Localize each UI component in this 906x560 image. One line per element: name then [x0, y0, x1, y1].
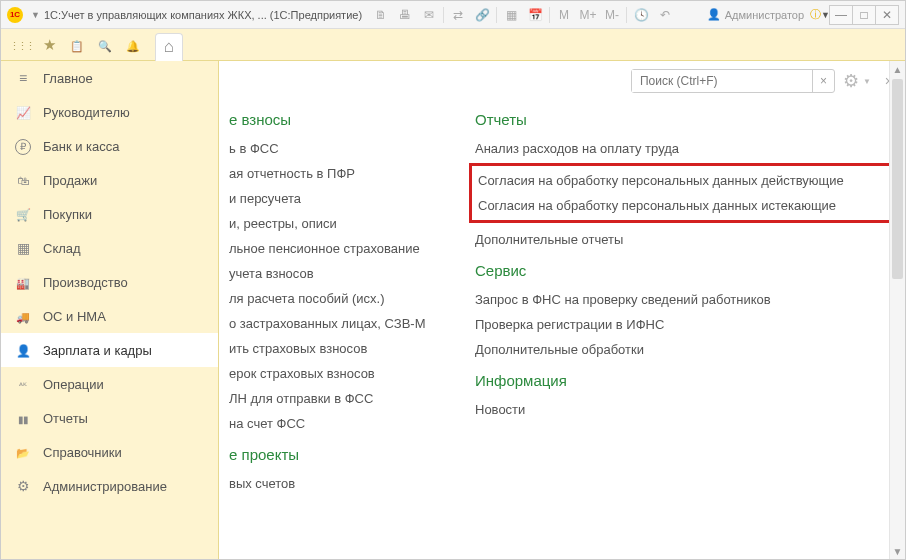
m-icon[interactable]: M	[553, 5, 575, 25]
sidebar-item-2[interactable]: Банк и касса	[1, 129, 218, 163]
sidebar-item-9[interactable]: Операции	[1, 367, 218, 401]
titlebar: 1C ▼ 1С:Учет в управляющих компаниях ЖКХ…	[1, 1, 905, 29]
sidebar-item-label: Операции	[43, 377, 104, 392]
left-link-10[interactable]: ЛН для отправки в ФСС	[229, 386, 463, 411]
content-body: е взносыь в ФССая отчетность в ПФРи перс…	[219, 101, 905, 559]
sidebar-item-6[interactable]: Производство	[1, 265, 218, 299]
sidebar-item-5[interactable]: Склад	[1, 231, 218, 265]
sidebar-item-0[interactable]: Главное	[1, 61, 218, 95]
settings-dropdown-icon[interactable]: ▼	[863, 77, 871, 86]
minimize-button[interactable]: —	[829, 5, 853, 25]
i-bars-icon	[15, 410, 31, 426]
close-button[interactable]: ✕	[875, 5, 899, 25]
clock-icon[interactable]: 🕓	[630, 5, 652, 25]
i-truck-icon	[15, 308, 31, 324]
right-0-2[interactable]: Согласия на обработку персональных данны…	[478, 193, 890, 218]
sidebar-item-label: Справочники	[43, 445, 122, 460]
home-tab[interactable]	[155, 33, 183, 61]
print-icon[interactable]: 🖶	[394, 5, 416, 25]
clipboard-icon[interactable]	[63, 31, 91, 59]
left-link-11[interactable]: на счет ФСС	[229, 411, 463, 436]
nav-toolbar	[1, 29, 905, 61]
right-1-0[interactable]: Запрос в ФНС на проверку сведений работн…	[475, 287, 893, 312]
m-plus-icon[interactable]: M+	[577, 5, 599, 25]
left-link-0[interactable]: ь в ФСС	[229, 136, 463, 161]
right-0-1[interactable]: Согласия на обработку персональных данны…	[478, 168, 890, 193]
left-link-2[interactable]: и персучета	[229, 186, 463, 211]
back-icon[interactable]: ↶	[654, 5, 676, 25]
i-chart-icon	[15, 104, 31, 120]
sidebar-item-3[interactable]: Продажи	[1, 163, 218, 197]
user-icon: 👤	[707, 8, 721, 21]
content-panel: × ⚙ ▼ × е взносыь в ФССая отчетность в П…	[219, 61, 905, 559]
compare-icon[interactable]: ⇄	[447, 5, 469, 25]
left-link-4[interactable]: льное пенсионное страхование	[229, 236, 463, 261]
file-icon[interactable]: 🗎	[370, 5, 392, 25]
left-link-3[interactable]: и, реестры, описи	[229, 211, 463, 236]
left-link-1[interactable]: ая отчетность в ПФР	[229, 161, 463, 186]
vertical-scrollbar[interactable]: ▲ ▼	[889, 61, 905, 559]
right-2-0[interactable]: Новости	[475, 397, 893, 422]
notifications-icon[interactable]	[119, 31, 147, 59]
right-1-1[interactable]: Проверка регистрации в ИФНС	[475, 312, 893, 337]
left-link-9[interactable]: ерок страховых взносов	[229, 361, 463, 386]
search-box: ×	[631, 69, 835, 93]
left-link-8[interactable]: ить страховых взносов	[229, 336, 463, 361]
section-1[interactable]: Сервис	[475, 262, 893, 279]
user-label: Администратор	[725, 9, 804, 21]
right-0-3[interactable]: Дополнительные отчеты	[475, 227, 893, 252]
left-link-5[interactable]: учета взносов	[229, 261, 463, 286]
right-0-0[interactable]: Анализ расходов на оплату труда	[475, 136, 893, 161]
right-1-2[interactable]: Дополнительные обработки	[475, 337, 893, 362]
sidebar-item-label: Производство	[43, 275, 128, 290]
left2-link-0[interactable]: вых счетов	[229, 471, 463, 496]
calendar-icon[interactable]: 📅	[524, 5, 546, 25]
search-input[interactable]	[632, 70, 812, 92]
i-lines-icon	[15, 70, 31, 86]
app-logo-icon: 1C	[7, 7, 23, 23]
favorites-icon[interactable]	[35, 31, 63, 59]
settings-gear-icon[interactable]: ⚙	[843, 70, 859, 92]
highlighted-links: Согласия на обработку персональных данны…	[469, 163, 899, 223]
scroll-thumb[interactable]	[892, 79, 903, 279]
sidebar-item-7[interactable]: ОС и НМА	[1, 299, 218, 333]
sidebar-item-11[interactable]: Справочники	[1, 435, 218, 469]
search-clear-button[interactable]: ×	[812, 70, 834, 92]
window-controls: — □ ✕	[830, 5, 899, 25]
i-gear-icon	[15, 478, 31, 494]
app-menu-dropdown-icon[interactable]: ▼	[31, 10, 40, 20]
i-ops-icon	[15, 376, 31, 392]
sidebar-item-10[interactable]: Отчеты	[1, 401, 218, 435]
main-area: ГлавноеРуководителюБанк и кассаПродажиПо…	[1, 61, 905, 559]
i-person-icon	[15, 342, 31, 358]
left-column: е взносыь в ФССая отчетность в ПФРи перс…	[219, 101, 463, 547]
left-link-6[interactable]: ля расчета пособий (исх.)	[229, 286, 463, 311]
sidebar-item-4[interactable]: Покупки	[1, 197, 218, 231]
section-0[interactable]: Отчеты	[475, 111, 893, 128]
info-icon[interactable]: ⓘ	[810, 7, 821, 22]
m-minus-icon[interactable]: M-	[601, 5, 623, 25]
sidebar-item-label: Отчеты	[43, 411, 88, 426]
scroll-up-icon[interactable]: ▲	[890, 61, 905, 77]
section-2[interactable]: Информация	[475, 372, 893, 389]
link-icon[interactable]: 🔗	[471, 5, 493, 25]
window-title: 1С:Учет в управляющих компаниях ЖКХ, ...…	[44, 9, 362, 21]
search-icon[interactable]	[91, 31, 119, 59]
sidebar-item-label: ОС и НМА	[43, 309, 106, 324]
sidebar-item-8[interactable]: Зарплата и кадры	[1, 333, 218, 367]
titlebar-toolbar: 🗎 🖶 ✉ ⇄ 🔗 ▦ 📅 M M+ M- 🕓 ↶	[370, 5, 676, 25]
apps-grid-icon[interactable]	[7, 31, 35, 59]
sidebar-item-1[interactable]: Руководителю	[1, 95, 218, 129]
calc-icon[interactable]: ▦	[500, 5, 522, 25]
section-contributions[interactable]: е взносы	[229, 111, 463, 128]
sidebar-item-12[interactable]: Администрирование	[1, 469, 218, 503]
maximize-button[interactable]: □	[852, 5, 876, 25]
left-link-7[interactable]: о застрахованных лицах, СЗВ-М	[229, 311, 463, 336]
section-projects[interactable]: е проекты	[229, 446, 463, 463]
mail-icon[interactable]: ✉	[418, 5, 440, 25]
scroll-down-icon[interactable]: ▼	[890, 543, 905, 559]
sidebar-item-label: Администрирование	[43, 479, 167, 494]
i-ruble-icon	[15, 137, 31, 155]
user-indicator[interactable]: 👤 Администратор	[707, 8, 804, 21]
i-bag-icon	[15, 172, 31, 188]
